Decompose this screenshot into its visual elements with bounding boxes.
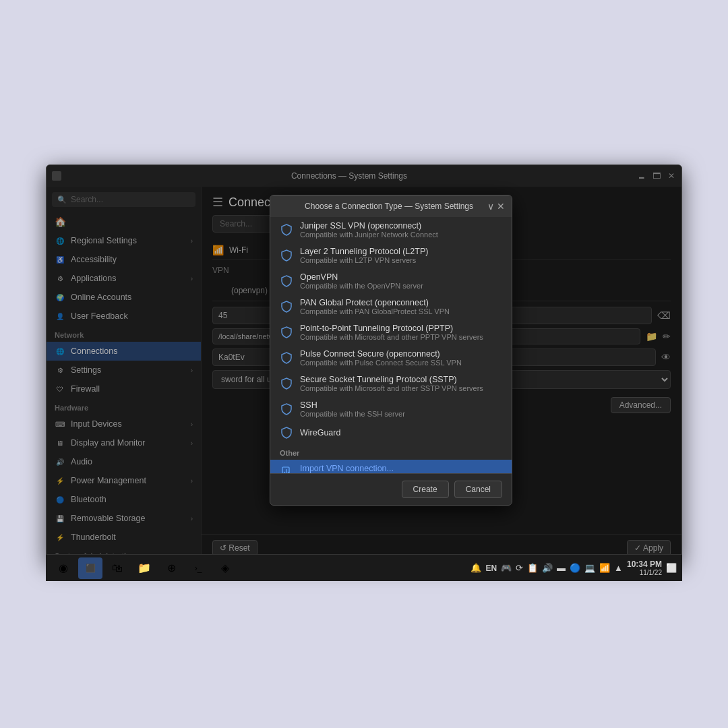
dialog-item-title: Point-to-Point Tunneling Protocol (PPTP) (300, 324, 502, 333)
dialog-item-openvpn[interactable]: OpenVPN Compatible with the OpenVPN serv… (270, 268, 512, 294)
svg-rect-0 (282, 467, 289, 473)
clipboard-icon[interactable]: 📋 (527, 563, 538, 573)
chrome-icon: ⊕ (167, 562, 176, 574)
wifi-tray-icon[interactable]: 📶 (599, 563, 610, 573)
dialog-item-text: Layer 2 Tunneling Protocol (L2TP) Compat… (300, 247, 502, 264)
dialog-item-title: Layer 2 Tunneling Protocol (L2TP) (300, 247, 502, 256)
create-button[interactable]: Create (402, 481, 449, 498)
sync-icon[interactable]: ⟳ (516, 563, 523, 573)
shield-icon (280, 377, 293, 390)
discover-icon: 🛍 (112, 562, 123, 574)
display-icon[interactable]: ▬ (557, 563, 566, 573)
shield-icon (280, 326, 293, 339)
dialog-item-text: Juniper SSL VPN (openconnect) Compatible… (300, 221, 502, 239)
taskbar-app-plasma[interactable]: ◉ (51, 557, 75, 579)
dialog-item-title: Pulse Connect Secure (openconnect) (300, 349, 502, 359)
dialog-item-import-vpn[interactable]: Import VPN connection... Import a saved … (270, 460, 512, 473)
dialog-item-title: SSH (300, 400, 502, 410)
dialog-item-text: Point-to-Point Tunneling Protocol (PPTP)… (300, 324, 502, 341)
main-window: Connections — System Settings 🗕 🗖 ✕ 🔍 🏠 … (46, 164, 682, 562)
dialog-item-subtitle: Compatible with the SSH server (300, 410, 502, 418)
taskbar-app-terminal[interactable]: ›_ (186, 557, 210, 579)
network-manager-icon: ⬛ (86, 564, 96, 573)
taskbar-date: 11/1/22 (627, 569, 662, 576)
dialog-item-subtitle: Compatible with Juniper Network Connect (300, 231, 502, 239)
steam-icon[interactable]: 🎮 (501, 563, 512, 573)
dialog-item-text: Pulse Connect Secure (openconnect) Compa… (300, 349, 502, 367)
notifications-icon[interactable]: 🔔 (471, 563, 481, 573)
system-tray-arrow[interactable]: ▲ (614, 563, 623, 573)
taskbar-app-files[interactable]: 📁 (132, 557, 156, 579)
dialog-item-juniper[interactable]: Juniper SSL VPN (openconnect) Compatible… (270, 217, 512, 243)
taskbar-right: 🔔 EN 🎮 ⟳ 📋 🔊 ▬ 🔵 💻 📶 ▲ 10:34 PM 11/1/22 … (471, 559, 677, 576)
dialog-item-pan[interactable]: PAN Global Protect (openconnect) Compati… (270, 294, 512, 320)
dialog-item-title: OpenVPN (300, 272, 502, 282)
taskbar-app-vscode[interactable]: ◈ (213, 557, 237, 579)
shield-icon (280, 249, 293, 262)
dialog-item-subtitle: Compatible with Microsoft and other SSTP… (300, 384, 502, 392)
dialog-item-text: OpenVPN Compatible with the OpenVPN serv… (300, 272, 502, 290)
dialog-item-text: PAN Global Protect (openconnect) Compati… (300, 298, 502, 315)
connection-type-dialog: Choose a Connection Type — System Settin… (270, 195, 512, 506)
dialog-item-subtitle: Compatible with PAN GlobalProtect SSL VP… (300, 307, 502, 315)
dialog-item-subtitle: Compatible with L2TP VPN servers (300, 256, 502, 264)
vscode-icon: ◈ (221, 562, 229, 574)
dialog-item-text: WireGuard (300, 428, 502, 437)
taskbar-app-discover[interactable]: 🛍 (105, 557, 129, 579)
kwallet-icon[interactable]: 💻 (584, 563, 595, 573)
dialog-close-button[interactable]: ∨ ✕ (487, 201, 505, 212)
dialog-footer: Create Cancel (270, 473, 512, 505)
dialog-overlay: Choose a Connection Type — System Settin… (47, 165, 681, 562)
dialog-body: Juniper SSL VPN (openconnect) Compatible… (270, 217, 512, 505)
shield-icon (280, 426, 293, 439)
dialog-item-text: Import VPN connection... Import a saved … (300, 464, 502, 473)
plasma-icon: ◉ (59, 562, 68, 574)
dialog-item-text: Secure Socket Tunneling Protocol (SSTP) … (300, 375, 502, 392)
cancel-button[interactable]: Cancel (454, 481, 502, 498)
dialog-item-text: SSH Compatible with the SSH server (300, 400, 502, 418)
dialog-item-title: PAN Global Protect (openconnect) (300, 298, 502, 307)
dialog-title: Choose a Connection Type — System Settin… (291, 202, 487, 211)
files-icon: 📁 (138, 562, 151, 574)
taskbar-app-chrome[interactable]: ⊕ (159, 557, 183, 579)
dialog-item-ssh[interactable]: SSH Compatible with the SSH server (270, 396, 512, 422)
taskbar-app-network[interactable]: ⬛ (78, 557, 102, 579)
shield-icon (280, 274, 293, 288)
desktop-icon[interactable]: ⬜ (666, 563, 677, 573)
shield-icon (280, 223, 293, 237)
dialog-titlebar: Choose a Connection Type — System Settin… (270, 195, 512, 217)
dialog-item-title: WireGuard (300, 428, 502, 437)
dialog-item-sstp[interactable]: Secure Socket Tunneling Protocol (SSTP) … (270, 371, 512, 396)
taskbar: ◉ ⬛ 🛍 📁 ⊕ ›_ ◈ 🔔 EN 🎮 ⟳ 📋 🔊 ▬ 🔵 💻 📶 ▲ 10… (46, 554, 682, 581)
shield-icon (280, 351, 293, 365)
language-indicator[interactable]: EN (485, 564, 497, 573)
dialog-item-title: Juniper SSL VPN (openconnect) (300, 221, 502, 231)
shield-icon (280, 300, 293, 313)
taskbar-clock[interactable]: 10:34 PM 11/1/22 (627, 559, 662, 576)
dialog-item-subtitle: Compatible with Microsoft and other PPTP… (300, 333, 502, 341)
dialog-item-pulse[interactable]: Pulse Connect Secure (openconnect) Compa… (270, 345, 512, 371)
dialog-item-subtitle: Compatible with Pulse Connect Secure SSL… (300, 359, 502, 367)
bluetooth-tray-icon[interactable]: 🔵 (570, 563, 580, 573)
dialog-item-subtitle: Compatible with the OpenVPN server (300, 282, 502, 290)
import-icon (280, 466, 293, 473)
dialog-item-title: Secure Socket Tunneling Protocol (SSTP) (300, 375, 502, 384)
terminal-icon: ›_ (195, 564, 202, 573)
other-section-label: Other (270, 444, 512, 460)
volume-icon[interactable]: 🔊 (542, 563, 553, 573)
shield-icon (280, 402, 293, 416)
dialog-item-title: Import VPN connection... (300, 464, 502, 473)
dialog-item-pptp[interactable]: Point-to-Point Tunneling Protocol (PPTP)… (270, 320, 512, 345)
taskbar-time: 10:34 PM (627, 559, 662, 569)
dialog-list: Juniper SSL VPN (openconnect) Compatible… (270, 217, 512, 473)
dialog-item-l2tp[interactable]: Layer 2 Tunneling Protocol (L2TP) Compat… (270, 243, 512, 268)
dialog-item-wireguard[interactable]: WireGuard (270, 422, 512, 444)
